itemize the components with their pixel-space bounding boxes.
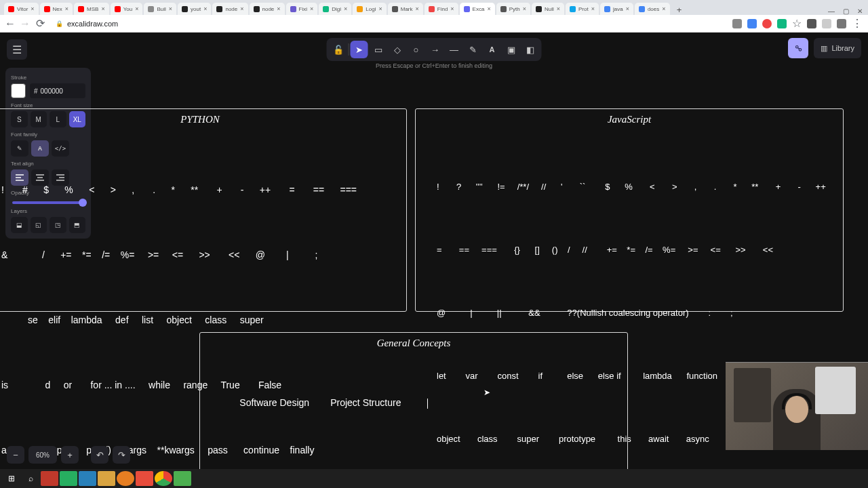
tab-close-icon[interactable]: × [626, 5, 629, 12]
browser-menu-icon[interactable]: ⋮ [852, 17, 863, 30]
search-icon[interactable]: ⌕ [22, 471, 39, 486]
tab-close-icon[interactable]: × [523, 5, 526, 12]
redo-button[interactable]: ↷ [113, 446, 130, 464]
browser-tab[interactable]: Prot× [566, 3, 599, 15]
back-button[interactable]: ← [5, 19, 15, 28]
general-text[interactable]: Software Design Project Structure [224, 370, 428, 435]
tab-close-icon[interactable]: × [101, 5, 104, 12]
tab-close-icon[interactable]: × [378, 5, 382, 12]
webcam-overlay [726, 362, 868, 450]
browser-tab[interactable]: node× [212, 3, 248, 15]
window-controls: — ▢ ✕ [828, 7, 868, 15]
forward-button[interactable]: → [20, 19, 30, 28]
zoom-in-button[interactable]: + [61, 446, 79, 464]
minimize-button[interactable]: — [828, 7, 835, 15]
browser-tab[interactable]: Find× [425, 3, 458, 15]
close-window-button[interactable]: ✕ [857, 7, 863, 15]
firefox-icon[interactable] [117, 471, 134, 486]
browser-tab[interactable]: Buil× [144, 3, 176, 15]
tab-label: Nex [53, 6, 62, 12]
browser-extensions: ☆ ⋮ [732, 17, 863, 30]
tab-label: Null [545, 6, 554, 12]
browser-tab[interactable]: Nex× [40, 3, 73, 15]
reload-button[interactable]: ⟳ [35, 19, 45, 28]
tab-label: Find [437, 6, 448, 12]
tab-favicon [464, 6, 470, 12]
browser-tab[interactable]: Pyth× [496, 3, 530, 15]
webcam-person [773, 389, 821, 450]
browser-tab[interactable]: Digi× [319, 3, 351, 15]
tab-favicon [500, 6, 507, 12]
ext-icon[interactable] [822, 19, 831, 28]
taskbar-app[interactable] [174, 471, 191, 486]
tab-close-icon[interactable]: × [277, 5, 280, 12]
tab-close-icon[interactable]: × [240, 5, 243, 12]
browser-tab[interactable]: yout× [178, 3, 211, 15]
tab-close-icon[interactable]: × [662, 5, 665, 12]
lock-icon: 🔒 [56, 20, 63, 27]
bookmark-star-icon[interactable]: ☆ [792, 17, 802, 30]
browser-tab[interactable]: java× [600, 3, 633, 15]
tab-close-icon[interactable]: × [344, 5, 347, 12]
tab-close-icon[interactable]: × [416, 5, 419, 12]
maximize-button[interactable]: ▢ [843, 7, 849, 15]
zoom-level[interactable]: 60% [28, 446, 57, 464]
tab-label: Vitor [17, 6, 28, 12]
browser-tab[interactable]: Vitor× [4, 3, 39, 15]
ext-icon[interactable] [762, 19, 772, 28]
taskbar-app[interactable] [79, 471, 96, 486]
tab-favicon [115, 6, 121, 12]
tab-close-icon[interactable]: × [487, 5, 490, 12]
browser-tab[interactable]: MSB× [74, 3, 109, 15]
chrome-icon[interactable] [155, 471, 172, 486]
brave-icon[interactable] [136, 471, 153, 486]
tab-label: MSB [87, 6, 98, 12]
tab-close-icon[interactable]: × [591, 5, 595, 12]
tab-favicon [290, 6, 296, 12]
browser-tab[interactable]: Fixi× [286, 3, 318, 15]
tab-label: does [648, 6, 659, 12]
browser-tabstrip: Vitor×Nex×MSB×You×Buil×yout×node×node×Fi… [0, 0, 868, 15]
undo-button[interactable]: ↶ [91, 446, 108, 464]
tab-close-icon[interactable]: × [31, 5, 34, 12]
ext-icon[interactable] [837, 19, 846, 28]
tab-label: Prot [578, 6, 589, 12]
browser-tab[interactable]: does× [635, 3, 670, 15]
new-tab-button[interactable]: + [674, 4, 685, 15]
tab-close-icon[interactable]: × [203, 5, 207, 12]
browser-tab[interactable]: Logi× [353, 3, 386, 15]
tab-favicon [392, 6, 398, 12]
taskbar-app[interactable] [41, 471, 58, 486]
start-button[interactable]: ⊞ [3, 471, 20, 486]
ext-icon[interactable] [777, 19, 787, 28]
tab-close-icon[interactable]: × [65, 5, 68, 12]
taskbar-app[interactable] [60, 471, 77, 486]
tab-close-icon[interactable]: × [169, 5, 172, 12]
zoom-out-button[interactable]: − [7, 446, 24, 464]
tab-favicon [323, 6, 329, 12]
tab-close-icon[interactable]: × [135, 5, 138, 12]
ext-icon[interactable] [747, 19, 757, 28]
tab-close-icon[interactable]: × [450, 5, 454, 12]
javascript-title: JavaScript [416, 114, 843, 125]
tab-close-icon[interactable]: × [557, 5, 560, 12]
tab-label: Logi [366, 6, 376, 12]
url-field[interactable]: 🔒 excalidraw.com [50, 20, 727, 28]
browser-tab[interactable]: Exca× [460, 3, 495, 15]
tab-favicon [78, 6, 84, 12]
browser-tab[interactable]: node× [250, 3, 285, 15]
browser-tab[interactable]: Mark× [388, 3, 423, 15]
mouse-cursor-icon: ➤ [484, 388, 490, 397]
text-caret [427, 399, 428, 409]
browser-tab[interactable]: You× [111, 3, 143, 15]
browser-tab[interactable]: Null× [532, 3, 564, 15]
tab-favicon [536, 6, 542, 12]
browser-address-bar: ← → ⟳ 🔒 excalidraw.com ☆ ⋮ [0, 15, 868, 33]
ext-icon[interactable] [807, 19, 816, 28]
tab-close-icon[interactable]: × [310, 5, 313, 12]
tab-label: You [123, 6, 133, 12]
tab-label: Mark [401, 6, 413, 12]
ext-icon[interactable] [732, 19, 742, 28]
tab-favicon [570, 6, 576, 12]
file-explorer-icon[interactable] [98, 471, 115, 486]
